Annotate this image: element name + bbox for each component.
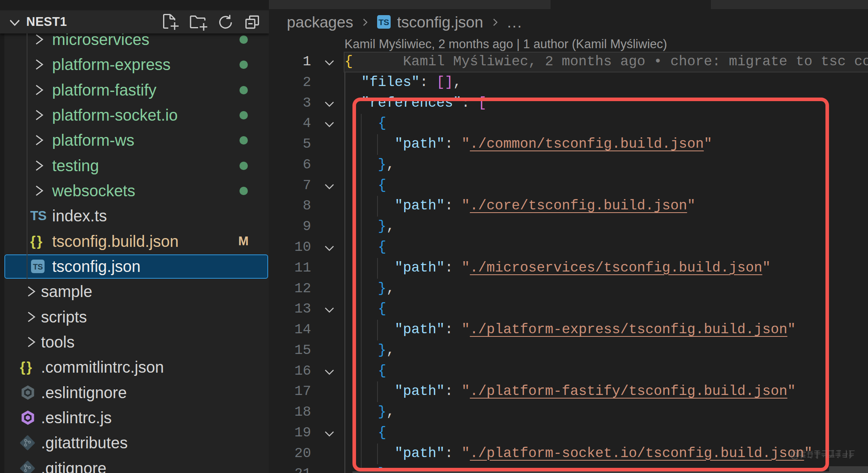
svg-text:@: @ — [790, 449, 800, 460]
